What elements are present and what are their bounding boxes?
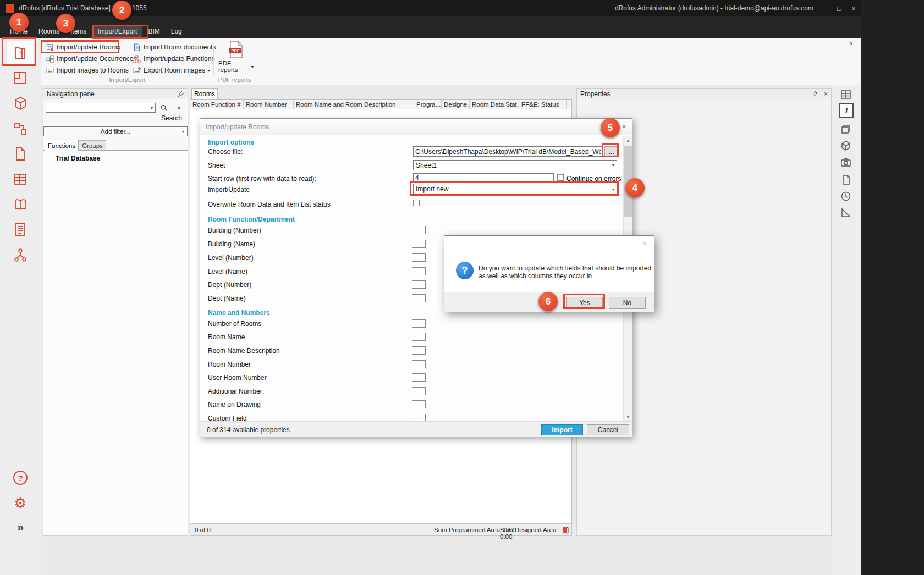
column-input-dept-number[interactable] [412, 280, 426, 289]
close-panel-button[interactable]: × [823, 90, 828, 98]
dialog-close-button[interactable]: × [622, 122, 626, 131]
settings-button[interactable]: ⚙ [6, 491, 35, 515]
export-room-images-button[interactable]: Export Room images ▾ [131, 65, 212, 76]
button-label: Import images to Rooms [57, 67, 129, 74]
column-input-room-name[interactable] [412, 333, 426, 341]
overwrite-checkbox[interactable] [413, 200, 420, 206]
app-logo-icon [6, 4, 14, 13]
column-input-level-name[interactable] [412, 267, 426, 275]
column-input-dept-name[interactable] [412, 294, 426, 302]
sidebar-occurrences-button[interactable] [6, 117, 35, 141]
dialog-title: Import/update Rooms [206, 123, 269, 131]
scroll-down-button[interactable]: ▾ [624, 412, 632, 421]
expand-sidebar-button[interactable]: » [6, 516, 35, 540]
overwrite-label: Overwrite Room Data and Item List status [208, 201, 331, 208]
no-button[interactable]: No [609, 297, 646, 309]
tab-log[interactable]: Log [166, 25, 188, 38]
help-button[interactable]: ? [6, 466, 35, 490]
sidebar-schedules-button[interactable] [6, 167, 35, 191]
column-header-room-function[interactable]: Room Function # [190, 100, 244, 109]
pdf-icon: PDF [229, 41, 243, 58]
search-combobox[interactable]: ▾ [46, 103, 156, 113]
column-input-additional-number[interactable] [412, 387, 426, 395]
scroll-up-button[interactable]: ▴ [624, 136, 632, 145]
sidebar-systems-button[interactable] [6, 243, 35, 267]
sheet-dropdown[interactable]: Sheet1 ▾ [413, 160, 617, 170]
search-link[interactable]: Search [161, 114, 182, 122]
info-icon: i [845, 106, 848, 115]
window-controls: – □ × [818, 0, 861, 16]
camera-button[interactable] [840, 157, 851, 168]
set-square-icon [840, 207, 851, 218]
import-images-to-rooms-button[interactable]: Import images to Rooms [44, 65, 131, 76]
column-input-user-room-number[interactable] [412, 373, 426, 382]
pin-icon[interactable] [811, 91, 818, 97]
sidebar-items-button[interactable] [6, 91, 35, 115]
column-input-name-on-drawing[interactable] [412, 400, 426, 408]
import-room-documents-button[interactable]: Import Room documents [131, 42, 218, 53]
choose-file-input[interactable] [413, 146, 603, 157]
dialog-footer: 0 of 314 available properties Import Can… [200, 421, 632, 437]
add-filter-dropdown[interactable]: Add filter... ▾ [43, 126, 188, 136]
help-glyph: ? [18, 473, 23, 483]
model-button[interactable] [840, 140, 851, 151]
sidebar-room-plan-button[interactable] [6, 66, 35, 90]
rooms-tab[interactable]: Rooms [191, 88, 218, 99]
tab-label: Functions [48, 142, 75, 149]
pin-icon[interactable] [178, 91, 184, 97]
minimize-button[interactable]: – [818, 0, 832, 16]
import-update-occurrences-button[interactable]: Import/update Occurrences [44, 53, 139, 64]
column-input-room-number[interactable] [412, 360, 426, 368]
nav-tab-groups[interactable]: Groups [79, 140, 106, 151]
column-header-programmed[interactable]: Progra... [414, 100, 442, 109]
msgbox-close-button[interactable]: × [642, 239, 647, 248]
column-input-level-number[interactable] [412, 253, 426, 262]
info-button[interactable]: i [839, 103, 854, 118]
table-layout-button[interactable] [840, 89, 851, 100]
available-properties-count: 0 of 314 available properties [207, 426, 290, 434]
account-info: dRofus Administrator (drofusadmin) - tri… [615, 4, 813, 12]
annotation-circle-4: 4 [625, 178, 645, 197]
column-input-room-name-description[interactable] [412, 346, 426, 355]
continue-on-errors-checkbox[interactable] [557, 174, 564, 181]
maximize-button[interactable]: □ [832, 0, 846, 16]
ribbon-separator [213, 42, 214, 75]
column-input-building-name[interactable] [412, 240, 426, 248]
pdf-reports-button[interactable]: PDF PDF reports ▾ [218, 41, 254, 75]
column-input-number-of-rooms[interactable] [412, 319, 426, 328]
import-update-functions-button[interactable]: Import/update Functions [131, 53, 217, 64]
measure-button[interactable] [840, 207, 851, 218]
functions-tree-icon [133, 55, 141, 63]
column-header-room-data-status[interactable]: Room Data Stat... [470, 100, 519, 109]
nav-tab-functions[interactable]: Functions [45, 140, 79, 151]
sidebar-catalogs-button[interactable] [6, 192, 35, 217]
search-button[interactable] [158, 103, 170, 113]
import-button[interactable]: Import [541, 424, 583, 435]
cancel-button[interactable]: Cancel [587, 424, 629, 435]
annotation-box-browse-button [602, 143, 619, 157]
column-header-room-name[interactable]: Room Name and Room Description [294, 100, 414, 109]
tree-item-root[interactable]: Trial Database [56, 154, 100, 162]
grid-icon [840, 89, 851, 100]
table-icon [13, 172, 28, 186]
column-header-room-number[interactable]: Room Number [244, 100, 294, 109]
export-image-icon [133, 67, 141, 74]
field-label-building-number: Building (Number) [208, 226, 261, 234]
section-import-options: Import options [208, 139, 254, 146]
sidebar-documents-button[interactable] [6, 142, 35, 166]
column-label: Room Number [246, 101, 287, 108]
room-plan-icon [13, 71, 28, 85]
collapse-ribbon-button[interactable]: ∧ [849, 40, 853, 47]
annotation-circle-5: 5 [601, 118, 620, 137]
button-label: Import/update Occurrences [57, 55, 136, 63]
close-button[interactable]: × [846, 0, 861, 16]
column-input-building-number[interactable] [412, 226, 426, 234]
row-count: 0 of 0 [195, 527, 211, 533]
column-header-ffe-status[interactable]: FF&E: Status [519, 100, 567, 109]
column-header-designed[interactable]: Designe... [442, 100, 470, 109]
documents-button[interactable] [840, 174, 851, 185]
clear-search-button[interactable]: × [173, 103, 184, 113]
history-button[interactable] [840, 191, 851, 202]
copies-button[interactable] [840, 124, 851, 135]
sidebar-reports-button[interactable] [6, 218, 35, 242]
